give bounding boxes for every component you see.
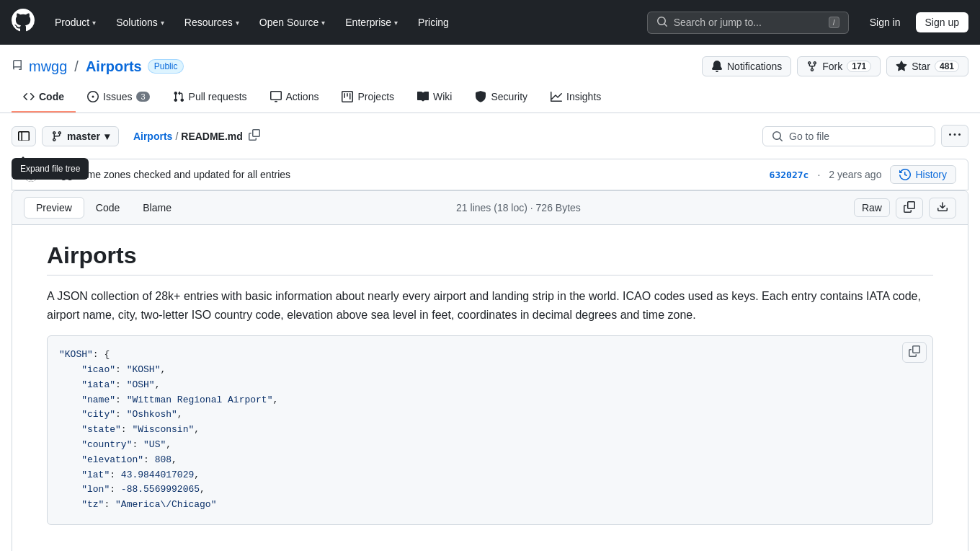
repo-name-link[interactable]: Airports: [86, 58, 142, 75]
nav-enterprise[interactable]: Enterprise ▾: [337, 11, 406, 34]
repo-nav-code[interactable]: Code: [12, 85, 76, 113]
repo-nav-security[interactable]: Security: [463, 85, 539, 113]
go-to-file-label: Go to file: [789, 131, 926, 142]
main-content: Expand file tree master ▾ Airports / REA…: [0, 113, 980, 551]
commit-hash[interactable]: 632027c: [770, 169, 809, 180]
nav-pricing[interactable]: Pricing: [409, 11, 458, 34]
expand-file-tree-button[interactable]: [12, 126, 36, 146]
more-options-button[interactable]: [941, 125, 968, 147]
nav-open-source[interactable]: Open Source ▾: [251, 11, 334, 34]
repo-title-bar: mwgg / Airports Public Notifications For…: [12, 56, 968, 76]
go-to-file-button[interactable]: Go to file: [762, 126, 935, 146]
notifications-label: Notifications: [727, 61, 782, 72]
security-icon: [475, 91, 486, 102]
chevron-down-icon: ▾: [161, 19, 164, 27]
star-label: Star: [912, 61, 930, 72]
actions-icon: [270, 91, 282, 102]
fork-button[interactable]: Fork 171: [797, 56, 881, 76]
issue-icon: [87, 91, 99, 102]
code-content: "KOSH": { "icao": "KOSH", "iata": "OSH",…: [59, 348, 921, 513]
sign-up-button[interactable]: Sign up: [916, 12, 968, 32]
kebab-icon: [949, 129, 961, 141]
repo-nav-actions[interactable]: Actions: [259, 85, 331, 113]
nav-solutions[interactable]: Solutions ▾: [107, 11, 173, 34]
fork-label: Fork: [822, 61, 842, 72]
repo-path-separator: /: [74, 58, 79, 75]
code-icon: [23, 91, 35, 102]
copy-icon: [904, 201, 915, 213]
search-placeholder: Search or jump to...: [674, 17, 823, 28]
star-button[interactable]: Star 481: [886, 56, 968, 76]
code-block: "KOSH": { "icao": "KOSH", "iata": "OSH",…: [47, 335, 933, 525]
repo-nav-projects[interactable]: Projects: [330, 85, 406, 113]
header-actions: Sign in Sign up: [860, 12, 968, 32]
breadcrumb-actions: Go to file: [762, 125, 968, 147]
chevron-down-icon: ▾: [92, 19, 96, 27]
file-content: Airports A JSON collection of 28k+ entri…: [12, 225, 968, 551]
github-logo[interactable]: [12, 9, 35, 36]
chevron-down-icon: ▾: [394, 19, 398, 27]
branch-selector[interactable]: master ▾: [42, 126, 119, 146]
branch-chevron: ▾: [104, 131, 110, 142]
commit-message: Time zones checked and updated for all e…: [79, 169, 290, 180]
pr-icon: [173, 91, 184, 102]
repo-nav: Code Issues 3 Pull requests Actions: [12, 85, 968, 113]
readme-description: A JSON collection of 28k+ entries with b…: [47, 287, 933, 324]
file-header: Preview Code Blame 21 lines (18 loc) · 7…: [12, 191, 968, 225]
breadcrumb-separator: /: [175, 131, 178, 142]
expand-file-tree-tooltip: Expand file tree: [12, 158, 89, 180]
search-box[interactable]: Search or jump to... /: [647, 12, 849, 34]
tab-code[interactable]: Code: [84, 198, 131, 218]
file-meta: 21 lines (18 loc) · 726 Bytes: [456, 202, 581, 213]
repo-owner-link[interactable]: mwgg: [29, 58, 67, 75]
download-button[interactable]: [929, 198, 956, 219]
breadcrumb-repo-link[interactable]: Airports: [133, 131, 172, 142]
repo-nav-wiki[interactable]: Wiki: [406, 85, 463, 113]
repo-nav-issues[interactable]: Issues 3: [76, 85, 161, 113]
readme-title: Airports: [47, 242, 933, 276]
download-icon: [937, 201, 948, 213]
tab-blame[interactable]: Blame: [131, 198, 183, 218]
history-button[interactable]: History: [890, 165, 956, 184]
wiki-icon: [417, 91, 429, 102]
commit-bar: mwgg Time zones checked and updated for …: [12, 159, 968, 190]
copy-icon: [909, 345, 920, 357]
repo-nav-pull-requests[interactable]: Pull requests: [161, 85, 259, 113]
nav-resources[interactable]: Resources ▾: [176, 11, 248, 34]
insights-icon: [551, 91, 562, 102]
history-icon: [899, 169, 911, 180]
copy-raw-button[interactable]: [896, 198, 923, 219]
site-nav: Product ▾ Solutions ▾ Resources ▾ Open S…: [46, 11, 636, 34]
repo-type-icon: [12, 60, 23, 74]
site-header: Product ▾ Solutions ▾ Resources ▾ Open S…: [0, 0, 980, 45]
commit-time: 2 years ago: [829, 169, 881, 180]
raw-button[interactable]: Raw: [854, 198, 890, 217]
file-actions: Raw: [854, 198, 956, 219]
search-icon: [772, 131, 783, 142]
notifications-button[interactable]: Notifications: [702, 56, 791, 76]
fork-count: 171: [847, 61, 871, 72]
tab-preview[interactable]: Preview: [24, 197, 84, 219]
star-count: 481: [935, 61, 959, 72]
file-container: Preview Code Blame 21 lines (18 loc) · 7…: [12, 190, 968, 551]
copy-icon: [249, 129, 260, 141]
repo-header: mwgg / Airports Public Notifications For…: [0, 45, 980, 113]
repo-actions: Notifications Fork 171 Star 481: [702, 56, 968, 76]
git-branch-icon: [51, 131, 63, 142]
branch-name: master: [67, 131, 100, 142]
chevron-down-icon: ▾: [236, 19, 239, 27]
code-copy-button[interactable]: [902, 342, 927, 363]
issues-badge: 3: [136, 92, 149, 102]
sidebar-icon: [18, 131, 30, 142]
sign-in-button[interactable]: Sign in: [860, 12, 910, 32]
breadcrumb-current-file: README.md: [181, 131, 243, 142]
file-breadcrumb: Airports / README.md: [133, 126, 263, 146]
history-label: History: [915, 169, 947, 180]
projects-icon: [342, 91, 353, 102]
breadcrumb-bar: Expand file tree master ▾ Airports / REA…: [12, 125, 968, 147]
search-icon: [656, 16, 668, 30]
repo-nav-insights[interactable]: Insights: [539, 85, 612, 113]
commit-right: 632027c · 2 years ago History: [770, 165, 956, 184]
copy-path-button[interactable]: [246, 126, 263, 146]
nav-product[interactable]: Product ▾: [46, 11, 104, 34]
